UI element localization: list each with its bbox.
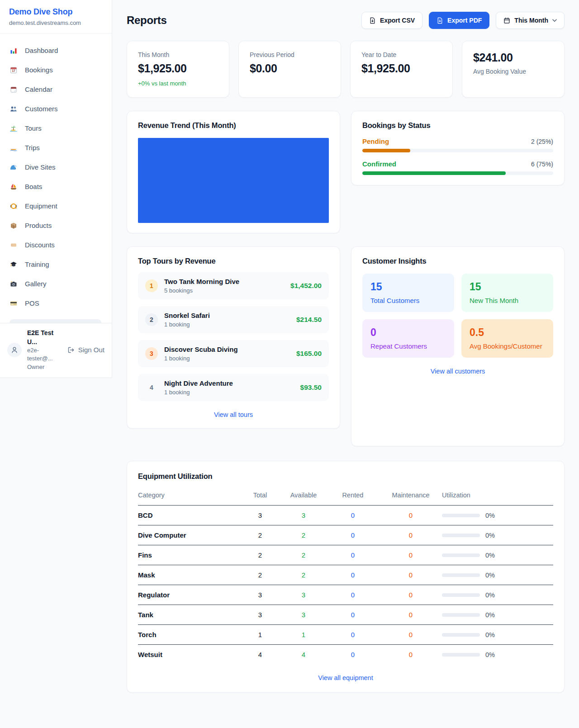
tour-revenue: $93.50	[300, 383, 322, 392]
stat-card-this-month: This Month $1,925.00 +0% vs last month	[127, 41, 229, 98]
sidebar-item-discounts[interactable]: Discounts	[5, 235, 106, 255]
utilization-percent: 0%	[485, 611, 495, 619]
tour-name: Night Dive Adventure	[164, 379, 233, 387]
table-row: Wetsuit44000%	[138, 645, 553, 665]
stat-label: This Month	[138, 51, 218, 58]
period-dropdown[interactable]: This Month	[496, 12, 565, 29]
chevron-down-icon	[552, 19, 557, 22]
rank-badge: 1	[145, 279, 158, 292]
view-all-customers-link[interactable]: View all customers	[362, 368, 553, 375]
cell-utilization: 0%	[442, 605, 553, 625]
sidebar-item-trips[interactable]: Trips	[5, 138, 106, 157]
equipment-utilization-card: Equipment Utilization Category Total Ava…	[127, 461, 565, 693]
utilization-percent: 0%	[485, 512, 495, 519]
tile-repeat-customers: 0 Repeat Customers	[362, 319, 454, 358]
credit-card-icon	[9, 299, 18, 307]
table-row: Mask22000%	[138, 565, 553, 585]
avatar	[7, 343, 22, 357]
sidebar-item-tours[interactable]: Tours	[5, 118, 106, 138]
cell-total: 1	[239, 625, 281, 645]
sign-out-button[interactable]: Sign Out	[67, 346, 104, 354]
charts-row: Revenue Trend (This Month) Bookings by S…	[127, 111, 565, 233]
bookings-by-status-title: Bookings by Status	[362, 121, 553, 130]
brand-domain: demo.test.divestreams.com	[9, 19, 103, 26]
person-icon	[10, 346, 19, 354]
cell-rented: 0	[326, 625, 380, 645]
cell-total: 3	[239, 605, 281, 625]
customers-icon	[9, 105, 18, 113]
tile-total-customers: 15 Total Customers	[362, 274, 454, 312]
utilization-percent: 0%	[485, 532, 495, 539]
sidebar-item-pos[interactable]: POS	[5, 293, 106, 313]
sidebar-item-customers[interactable]: Customers	[5, 99, 106, 118]
cell-rented: 0	[326, 565, 380, 585]
tile-label: Avg Bookings/Customer	[470, 342, 545, 350]
sidebar-item-active-clipped[interactable]	[9, 319, 101, 323]
rank-badge: 4	[145, 381, 158, 394]
sidebar-item-products[interactable]: Products	[5, 216, 106, 235]
bookings-calendar-icon: 17	[9, 66, 18, 74]
tour-row: 1 Two Tank Morning Dive 5 bookings $1,45…	[138, 272, 329, 299]
cell-utilization: 0%	[442, 585, 553, 605]
utilization-bar	[442, 593, 480, 597]
sidebar-item-label: Calendar	[25, 85, 52, 93]
cell-rented: 0	[326, 585, 380, 605]
rank-badge: 2	[145, 313, 158, 326]
user-footer: E2E Test U... e2e-tester@... Owner Sign …	[0, 323, 112, 378]
table-row: Regulator33000%	[138, 585, 553, 605]
sidebar-item-gallery[interactable]: Gallery	[5, 274, 106, 293]
cell-rented: 0	[326, 545, 380, 565]
export-pdf-button[interactable]: Export PDF	[429, 12, 489, 29]
svg-text:17: 17	[12, 69, 15, 72]
cell-rented: 0	[326, 645, 380, 665]
tile-value: 0.5	[470, 326, 545, 339]
tour-row: 3 Discover Scuba Diving 1 booking $165.0…	[138, 340, 329, 367]
sidebar-item-label: POS	[25, 299, 39, 307]
revenue-trend-title: Revenue Trend (This Month)	[138, 121, 329, 130]
tile-avg-bookings-customer: 0.5 Avg Bookings/Customer	[461, 319, 553, 358]
calendar-icon	[9, 85, 18, 93]
cell-category: Tank	[138, 605, 239, 625]
cell-category: Torch	[138, 625, 239, 645]
brand: Demo Dive Shop demo.test.divestreams.com	[0, 0, 112, 33]
column-header-total: Total	[239, 487, 281, 506]
cell-available: 3	[281, 506, 326, 525]
column-header-utilization: Utilization	[442, 487, 553, 506]
utilization-bar	[442, 653, 480, 657]
tour-revenue: $165.00	[296, 350, 322, 358]
tile-label: Repeat Customers	[370, 342, 446, 350]
view-all-equipment-link[interactable]: View all equipment	[138, 674, 553, 681]
utilization-bar	[442, 633, 480, 637]
tour-revenue: $1,452.00	[290, 282, 322, 290]
sidebar-item-label: Dashboard	[25, 47, 58, 54]
revenue-trend-card: Revenue Trend (This Month)	[127, 111, 340, 233]
sidebar-item-label: Discounts	[25, 241, 55, 249]
view-all-tours-link[interactable]: View all tours	[138, 411, 329, 418]
status-label: Pending	[362, 137, 389, 145]
status-label: Confirmed	[362, 160, 396, 168]
cell-maintenance: 0	[380, 565, 442, 585]
export-csv-button[interactable]: Export CSV	[361, 12, 422, 29]
header-actions: Export CSV Export PDF This Month	[361, 12, 565, 29]
sidebar-item-label: Bookings	[25, 66, 53, 74]
utilization-bar	[442, 553, 480, 557]
sidebar-item-dive-sites[interactable]: Dive Sites	[5, 157, 106, 177]
sidebar-item-equipment[interactable]: Equipment	[5, 196, 106, 216]
sidebar-item-boats[interactable]: Boats	[5, 177, 106, 196]
sidebar-item-bookings[interactable]: 17 Bookings	[5, 60, 106, 80]
tour-bookings: 1 booking	[164, 321, 210, 328]
tour-row: 4 Night Dive Adventure 1 booking $93.50	[138, 374, 329, 401]
sidebar-item-dashboard[interactable]: Dashboard	[5, 41, 106, 60]
column-header-maintenance: Maintenance	[380, 487, 442, 506]
page-title: Reports	[127, 14, 167, 27]
cell-maintenance: 0	[380, 525, 442, 545]
sidebar-item-training[interactable]: Training	[5, 255, 106, 274]
stat-label: Year to Date	[361, 51, 441, 58]
cell-maintenance: 0	[380, 625, 442, 645]
sidebar-item-calendar[interactable]: Calendar	[5, 80, 106, 99]
cell-available: 2	[281, 565, 326, 585]
page-header: Reports Export CSV Export PDF This Month	[127, 12, 565, 29]
utilization-percent: 0%	[485, 572, 495, 579]
progress-fill	[362, 149, 410, 152]
speedboat-icon	[9, 144, 18, 151]
